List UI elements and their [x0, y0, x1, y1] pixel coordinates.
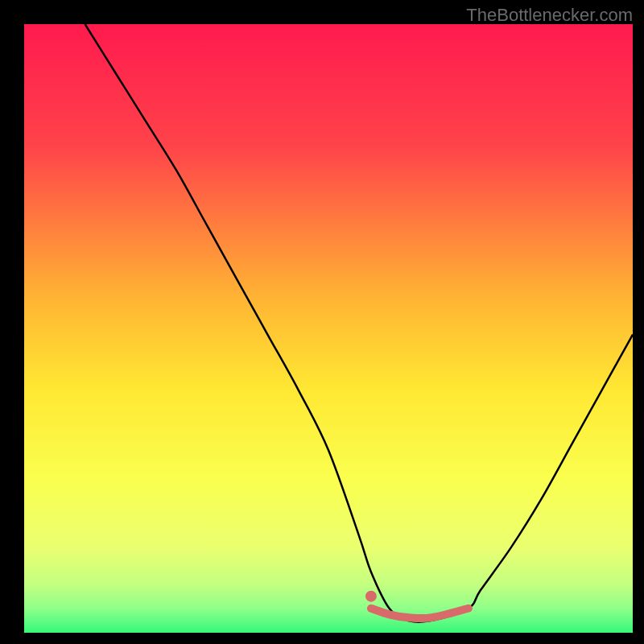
marker-point	[365, 591, 377, 602]
watermark-text: TheBottlenecker.com	[466, 5, 633, 26]
chart-svg	[24, 24, 633, 633]
gradient-background	[24, 24, 633, 633]
chart-area	[24, 24, 633, 633]
